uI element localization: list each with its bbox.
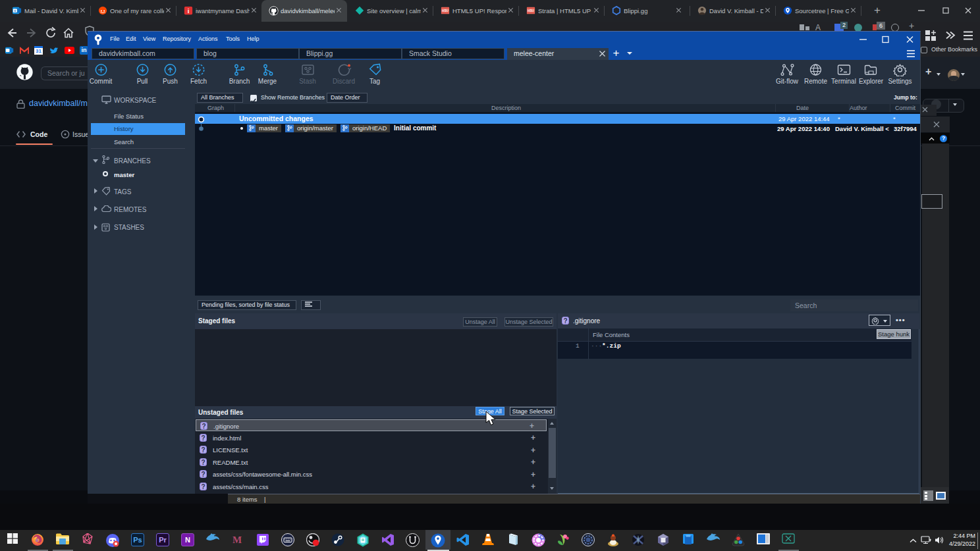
svg-text:i: i bbox=[188, 7, 190, 14]
svg-text:HSU: HSU bbox=[528, 9, 535, 13]
svg-text:o: o bbox=[14, 9, 16, 13]
svg-text:HSU: HSU bbox=[442, 9, 449, 13]
